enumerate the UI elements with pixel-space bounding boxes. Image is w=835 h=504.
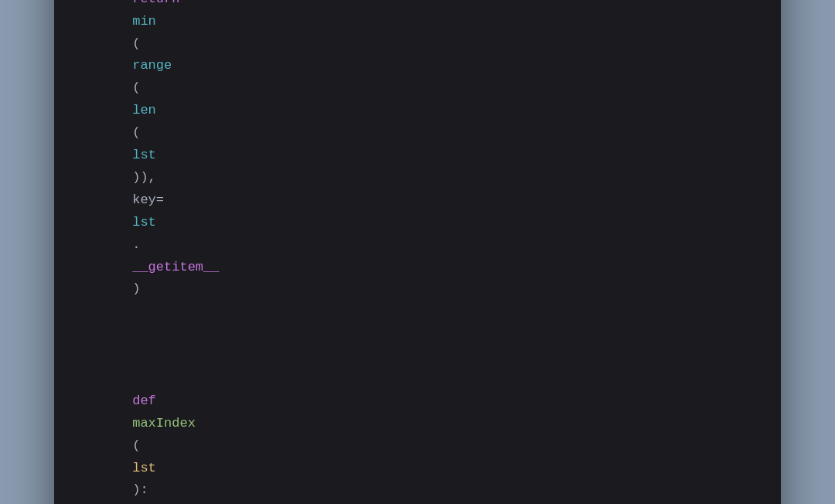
min-call-open: ( xyxy=(132,36,140,51)
len-call-min: len xyxy=(132,103,156,117)
blank-line-4 xyxy=(85,323,750,346)
max-param: lst xyxy=(132,461,156,475)
def-keyword-max: def xyxy=(132,393,164,408)
code-area: """ Find Index of Min/Max Element. """ l… xyxy=(54,0,781,504)
min-dot: . xyxy=(132,237,140,252)
min-len-close: )), xyxy=(132,170,164,185)
max-funcname: maxIndex xyxy=(132,416,196,431)
min-dunder: __getitem__ xyxy=(132,260,219,274)
min-builtin: min xyxy=(132,14,156,29)
min-len-open: ( xyxy=(132,125,140,140)
return-keyword-min: return xyxy=(132,0,187,6)
min-call-close: ) xyxy=(132,281,140,296)
code-window: """ Find Index of Min/Max Element. """ l… xyxy=(54,0,781,504)
blank-line-5 xyxy=(85,346,750,368)
min-lst-ref: lst xyxy=(132,215,156,230)
min-len-param: lst xyxy=(132,148,156,162)
max-paren-close: ): xyxy=(132,482,148,497)
min-range-open: ( xyxy=(132,80,140,95)
def-max-line: def maxIndex ( lst ): xyxy=(85,368,750,504)
range-call-min: range xyxy=(132,58,172,73)
return-min-line: return min ( range ( len ( lst )), key= … xyxy=(85,0,750,323)
min-key: key= xyxy=(132,192,164,207)
max-paren-open: ( xyxy=(132,438,140,453)
